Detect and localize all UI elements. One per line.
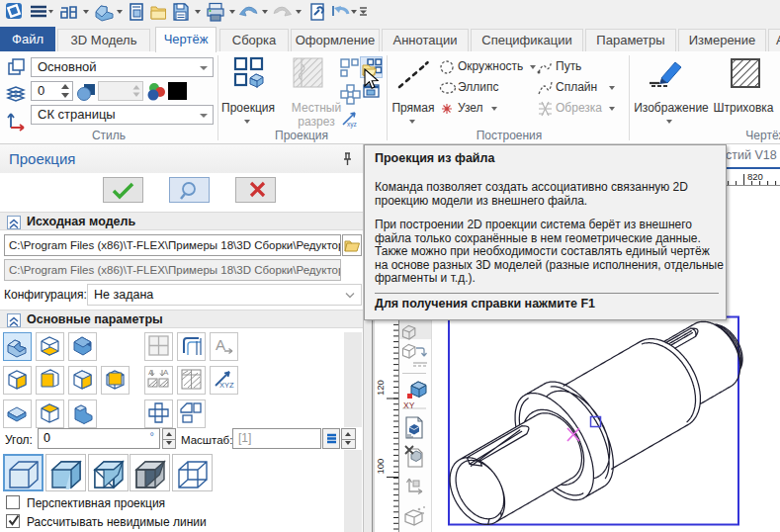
- svg-text:820: 820: [747, 171, 763, 182]
- svg-text:xyz: xyz: [347, 121, 357, 129]
- svg-text:100: 100: [375, 459, 386, 475]
- svg-text:XYZ: XYZ: [219, 381, 234, 390]
- svg-text:120: 120: [375, 380, 386, 396]
- svg-text:XY: XY: [403, 400, 415, 410]
- svg-text:A: A: [148, 368, 154, 377]
- svg-text:A: A: [216, 336, 225, 353]
- svg-text:A: A: [163, 368, 169, 377]
